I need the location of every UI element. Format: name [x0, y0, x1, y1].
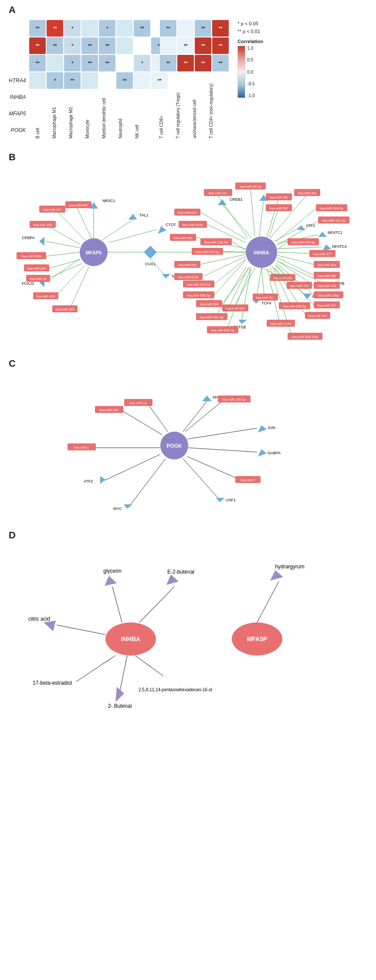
col-label-9: uncharacterized cell — [192, 91, 197, 139]
cux1-label: CUX1 — [145, 262, 156, 266]
sig-label-2: ** p < 0.01 — [237, 28, 260, 36]
nfatc1-node — [318, 232, 327, 237]
panel-a: A HTRA4 INHBA MFAP5 POGK ** — [9, 4, 367, 139]
cebpa-node — [39, 237, 44, 246]
mir509-3p-label: hsa-miR-509-3p — [211, 328, 234, 332]
col-label-6: NK cell — [135, 91, 139, 139]
panel-a-label: A — [9, 4, 367, 16]
citric-acid-label: citric acid — [28, 616, 50, 622]
ctcf-label: CTCF — [166, 223, 176, 227]
atf2-label: ATF2 — [84, 479, 93, 483]
edge-mfap5-cebpa — [46, 241, 80, 248]
mir342-3p-label: hsa-miR-342-3p — [322, 219, 346, 223]
mir519e-label: hsa-miR-519e — [182, 223, 203, 227]
edge-pogk-mir299-3p — [185, 401, 222, 432]
legend-ticks: 1.0 0.5 0.0 -0.5 -1.0 — [245, 46, 254, 98]
atf2-node — [100, 476, 105, 484]
edge-citric-acid — [57, 625, 105, 635]
mir331-3p-label: hsa-miR-331-3p — [200, 315, 224, 319]
tick-2: 0.5 — [247, 57, 254, 62]
edge-mfap5-mir16 — [48, 264, 82, 278]
nfatge-node — [238, 320, 247, 324]
mir20a-label: hsa-miR-20a — [318, 263, 337, 267]
hydrargyrum-label: hydrargyrum — [275, 564, 304, 570]
tick-3: 0.0 — [247, 70, 254, 74]
e2butenal-label: E-2-butenal — [167, 569, 194, 575]
mir1-label: hsa-miR-1 — [74, 446, 89, 449]
mir515-3p-label: hsa-miR-515-3p — [187, 283, 210, 287]
edge-inhba-nfatge — [242, 267, 251, 320]
panel-d-label: D — [9, 530, 367, 541]
mir574-5p-label: hsa-miR-574-5p — [196, 250, 219, 254]
2butenal-label: 2- Butenal — [108, 703, 132, 709]
edge-mfap5-tal1 — [102, 220, 133, 240]
cell-2-6: ** — [99, 55, 115, 71]
cebpa-label: CEBPA — [22, 236, 35, 240]
cell-3-2: ** — [212, 55, 229, 71]
inhba-label: INHBA — [254, 250, 269, 255]
edge-inhba-sp1 — [259, 200, 264, 237]
tal1-node — [129, 214, 137, 220]
edge-pogk-mir206 — [122, 411, 162, 435]
panel-d: D INHBA MFA5P glycerin E-2-butenal — [9, 530, 367, 710]
mir380-label: hsa-miR-380 — [270, 196, 288, 199]
cell-3-3 — [29, 72, 46, 89]
edge-pogk-mir7 — [187, 456, 240, 480]
col-label-8: T cell regulatory (Tregs) — [176, 91, 180, 139]
cux1-node — [144, 246, 157, 259]
jun-node — [258, 425, 267, 433]
usf1-node — [216, 498, 225, 502]
row-label-2: MFAP5 — [9, 105, 27, 122]
cell-1-1: ** — [29, 37, 46, 54]
edge-mfap5-mir545 — [70, 266, 89, 309]
legend-bar — [237, 46, 245, 98]
edge-inhba-mir508-3p — [214, 260, 246, 295]
tcf4-label: TCF4 — [261, 301, 271, 305]
edge-mfap5-mir206c — [44, 252, 80, 257]
mir509-3-5p-label: hsa-miR-509-3-5p — [292, 335, 318, 339]
cell-1-2: ** — [47, 37, 63, 54]
col-labels: B cell Macrophage M1 Macrophage M2 Monoc… — [29, 91, 229, 139]
mir211-label: hsa-miR-211 — [209, 191, 227, 195]
cell-0-8: ** — [160, 20, 176, 37]
cell-0-3 — [81, 20, 98, 37]
nr3c1-label: NR3C1 — [102, 199, 115, 203]
panel-c-label: C — [9, 358, 367, 369]
edge-mef2a — [150, 259, 163, 274]
panel-c: C POGK MAX JUN GABPA — [9, 358, 367, 521]
cell-3-8: ** — [116, 72, 133, 89]
mir424-label: hsa-miR-424 — [27, 267, 46, 270]
cell-2-5: ** — [81, 55, 98, 71]
cell-3-6 — [81, 72, 98, 89]
cell-3-9 — [134, 72, 150, 89]
cell-2-0: ** — [195, 37, 211, 54]
mir106a-label: hsa-miR-106a — [318, 294, 339, 297]
mir238-5p-label: hsa-miR-238-5p — [204, 240, 228, 244]
cell-3-0: ** — [177, 55, 194, 71]
col-label-1: Macrophage M1 — [52, 91, 57, 139]
mir206-label: hsa-miR-206 — [100, 408, 119, 412]
cell-2-4: * — [64, 55, 81, 71]
nfatc1-label: NFATC1 — [328, 230, 342, 235]
tick-4: -0.5 — [247, 81, 254, 86]
cell-1-10: ** — [177, 37, 194, 54]
cell-0-0: ** — [29, 20, 46, 37]
creb1-label: CREB1 — [230, 197, 243, 202]
network-c-svg: POGK MAX JUN GABPA USF1 — [9, 372, 366, 520]
cell-1-6 — [116, 37, 133, 54]
hydrargyrum-arrow — [270, 570, 283, 581]
network-b-svg: MFAP5 INHBA CUX1 NR3C1 CEBPA — [9, 165, 366, 348]
e2butenal-arrow — [166, 574, 179, 585]
row-label-1: INHBA — [9, 89, 27, 105]
edge-inhba-nfatc4 — [277, 247, 322, 249]
mir377-label: hsa-miR-377 — [313, 252, 332, 256]
cell-0-4: * — [99, 20, 115, 37]
edge-mfap5-mir424 — [47, 260, 81, 269]
col-label-7: T cell CD8+ — [159, 91, 164, 139]
edge-inhba-mir20a — [277, 255, 314, 264]
mir545-label: hsa-miR-545 — [56, 308, 75, 311]
cell-1-4: ** — [81, 37, 98, 54]
heatmap-grid: ** ** * * ** ** ** ** — [29, 20, 229, 89]
edge-inhba-ctcf — [109, 230, 157, 243]
mir675-5p-label: hsa-miR-675-5p — [291, 240, 315, 244]
